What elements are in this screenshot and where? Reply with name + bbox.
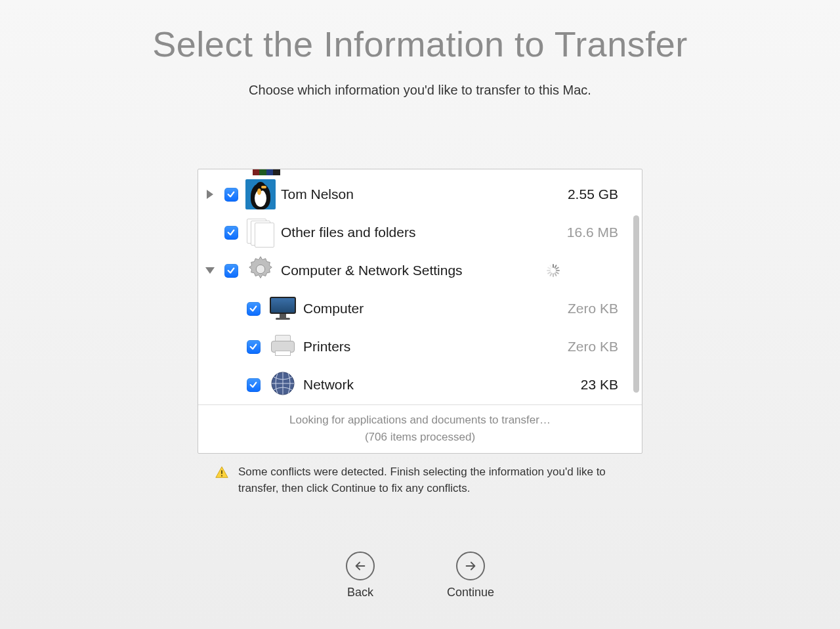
- continue-label: Continue: [447, 586, 494, 599]
- network-icon: [270, 370, 296, 399]
- warning-message: Some conflicts were detected. Finish sel…: [198, 464, 642, 496]
- item-size: 2.55 GB: [546, 186, 618, 202]
- checkbox[interactable]: [224, 188, 238, 202]
- arrow-left-icon: [346, 552, 375, 580]
- item-size: 23 KB: [546, 377, 618, 393]
- item-label: Other files and folders: [281, 225, 546, 240]
- status-footer: Looking for applications and documents t…: [198, 404, 642, 453]
- computer-icon: [270, 297, 296, 320]
- checkbox[interactable]: [247, 340, 261, 354]
- page-subtitle: Choose which information you'd like to t…: [0, 83, 840, 98]
- item-label: Computer & Network Settings: [281, 263, 546, 278]
- list-item-network[interactable]: Network 23 KB: [198, 366, 642, 404]
- partial-row-peek: [253, 169, 280, 175]
- scrollbar[interactable]: [633, 215, 639, 393]
- item-label: Network: [303, 377, 546, 393]
- continue-button[interactable]: Continue: [447, 552, 494, 599]
- item-label: Tom Nelson: [281, 186, 546, 202]
- transfer-list[interactable]: Tom Nelson 2.55 GB Other files and folde…: [198, 169, 642, 404]
- item-size: Zero KB: [546, 301, 618, 316]
- svg-rect-3: [221, 475, 222, 477]
- status-line-2: (706 items processed): [203, 429, 637, 446]
- checkbox[interactable]: [224, 226, 238, 240]
- svg-rect-2: [221, 470, 222, 474]
- printer-icon: [270, 335, 296, 358]
- transfer-panel: Tom Nelson 2.55 GB Other files and folde…: [198, 169, 642, 454]
- item-spinner: [546, 263, 618, 278]
- nav-buttons: Back Continue: [0, 552, 840, 599]
- item-size: 16.6 MB: [546, 225, 618, 240]
- spinner-icon: [546, 263, 560, 278]
- list-item-other-files[interactable]: Other files and folders 16.6 MB: [198, 213, 642, 251]
- warning-icon: [215, 466, 229, 480]
- svg-point-0: [256, 265, 264, 273]
- arrow-right-icon: [456, 552, 485, 580]
- back-button[interactable]: Back: [346, 552, 375, 599]
- item-size: Zero KB: [546, 339, 618, 355]
- checkbox[interactable]: [247, 378, 261, 392]
- status-line-1: Looking for applications and documents t…: [203, 412, 637, 429]
- checkbox[interactable]: [224, 264, 238, 278]
- gear-icon: [245, 254, 276, 287]
- back-label: Back: [346, 586, 375, 599]
- documents-icon: [245, 217, 276, 248]
- disclosure-collapsed-icon[interactable]: [207, 190, 213, 199]
- item-label: Printers: [303, 339, 546, 355]
- list-item-user[interactable]: Tom Nelson 2.55 GB: [198, 175, 642, 213]
- list-item-computer[interactable]: Computer Zero KB: [198, 290, 642, 328]
- disclosure-expanded-icon[interactable]: [205, 267, 215, 274]
- user-avatar-icon: [245, 179, 276, 209]
- list-item-printers[interactable]: Printers Zero KB: [198, 328, 642, 366]
- item-label: Computer: [303, 301, 546, 316]
- page-title: Select the Information to Transfer: [0, 0, 840, 64]
- list-item-settings[interactable]: Computer & Network Settings: [198, 251, 642, 290]
- warning-text: Some conflicts were detected. Finish sel…: [238, 464, 625, 496]
- checkbox[interactable]: [247, 302, 261, 316]
